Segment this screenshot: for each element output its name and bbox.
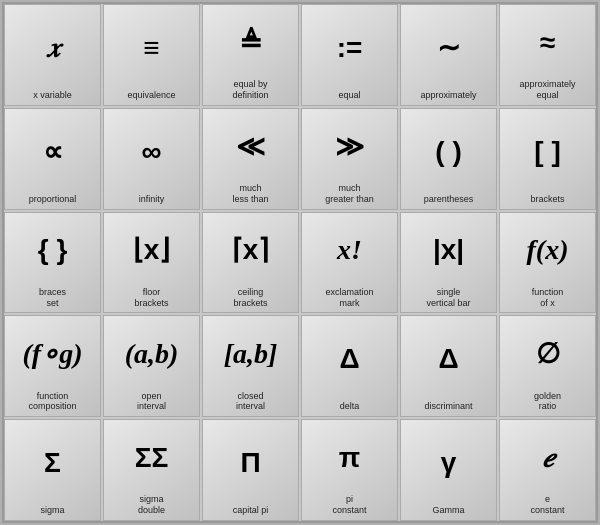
equivalence-label: equivalence bbox=[127, 90, 175, 101]
delta-label: delta bbox=[340, 401, 360, 412]
exclamation-mark-symbol: x! bbox=[337, 217, 362, 285]
much-less-than: ≪much less than bbox=[202, 108, 299, 210]
approximately-label: approximately bbox=[420, 90, 476, 101]
ceiling-brackets-label: ceiling brackets bbox=[233, 287, 267, 309]
function-composition-symbol: (f∘g) bbox=[23, 320, 83, 388]
open-interval-label: open interval bbox=[137, 391, 166, 413]
open-interval-symbol: (a,b) bbox=[125, 320, 179, 388]
single-vertical-bar-label: single vertical bar bbox=[426, 287, 470, 309]
proportional-symbol: ∝ bbox=[43, 113, 63, 192]
single-vertical-bar: |x|single vertical bar bbox=[400, 212, 497, 314]
golden-ratio-label: golden ratio bbox=[534, 391, 561, 413]
closed-interval-label: closed interval bbox=[236, 391, 265, 413]
sigma-symbol: Σ bbox=[44, 424, 61, 503]
infinity: ∞infinity bbox=[103, 108, 200, 210]
braces-set-label: braces set bbox=[39, 287, 66, 309]
much-greater-than-symbol: ≫ bbox=[335, 113, 364, 181]
floor-brackets-label: floor brackets bbox=[134, 287, 168, 309]
discriminant-label: discriminant bbox=[424, 401, 472, 412]
pi-constant-symbol: π bbox=[339, 424, 360, 492]
much-greater-than-label: much greater than bbox=[325, 183, 374, 205]
closed-interval: [a,b]closed interval bbox=[202, 315, 299, 417]
golden-ratio-symbol: ∅ bbox=[536, 320, 560, 388]
x-variable-symbol: 𝑥 bbox=[47, 9, 59, 88]
exclamation-mark: x!exclamation mark bbox=[301, 212, 398, 314]
capital-pi-symbol: Π bbox=[240, 424, 260, 503]
floor-brackets: ⌊x⌋floor brackets bbox=[103, 212, 200, 314]
equal-by-definition: ≜equal by definition bbox=[202, 4, 299, 106]
gamma: γGamma bbox=[400, 419, 497, 521]
x-variable-label: x variable bbox=[33, 90, 72, 101]
function-of-x-label: function of x bbox=[532, 287, 564, 309]
brackets-symbol: [ ] bbox=[534, 113, 560, 192]
brackets: [ ]brackets bbox=[499, 108, 596, 210]
e-constant: 𝑒e constant bbox=[499, 419, 596, 521]
ceiling-brackets: ⌈x⌉ceiling brackets bbox=[202, 212, 299, 314]
gamma-label: Gamma bbox=[432, 505, 464, 516]
parentheses-label: parentheses bbox=[424, 194, 474, 205]
math-symbols-grid: 𝑥x variable≡equivalence≜equal by definit… bbox=[2, 2, 598, 523]
approximately-equal-symbol: ≈ bbox=[540, 9, 555, 77]
sigma-double: ΣΣsigma double bbox=[103, 419, 200, 521]
approximately-symbol: ∼ bbox=[437, 9, 460, 88]
infinity-label: infinity bbox=[139, 194, 165, 205]
brackets-label: brackets bbox=[530, 194, 564, 205]
sigma: Σsigma bbox=[4, 419, 101, 521]
sigma-double-label: sigma double bbox=[138, 494, 165, 516]
open-interval: (a,b)open interval bbox=[103, 315, 200, 417]
equal-by-definition-label: equal by definition bbox=[232, 79, 268, 101]
floor-brackets-symbol: ⌊x⌋ bbox=[133, 217, 171, 285]
much-less-than-label: much less than bbox=[232, 183, 268, 205]
approximately: ∼approximately bbox=[400, 4, 497, 106]
function-of-x-symbol: f(x) bbox=[527, 217, 569, 285]
much-greater-than: ≫much greater than bbox=[301, 108, 398, 210]
ceiling-brackets-symbol: ⌈x⌉ bbox=[232, 217, 270, 285]
function-composition: (f∘g)function composition bbox=[4, 315, 101, 417]
equal-symbol: := bbox=[337, 9, 363, 88]
sigma-label: sigma bbox=[40, 505, 64, 516]
closed-interval-symbol: [a,b] bbox=[224, 320, 278, 388]
braces-set: { }braces set bbox=[4, 212, 101, 314]
parentheses: ( )parentheses bbox=[400, 108, 497, 210]
parentheses-symbol: ( ) bbox=[435, 113, 461, 192]
function-of-x: f(x)function of x bbox=[499, 212, 596, 314]
approximately-equal: ≈approximately equal bbox=[499, 4, 596, 106]
discriminant-symbol: Δ bbox=[438, 320, 458, 399]
equivalence-symbol: ≡ bbox=[143, 9, 159, 88]
pi-constant-label: pi constant bbox=[332, 494, 366, 516]
much-less-than-symbol: ≪ bbox=[236, 113, 265, 181]
delta-symbol: Δ bbox=[339, 320, 359, 399]
proportional: ∝proportional bbox=[4, 108, 101, 210]
equal-by-definition-symbol: ≜ bbox=[239, 9, 262, 77]
equal-label: equal bbox=[338, 90, 360, 101]
proportional-label: proportional bbox=[29, 194, 77, 205]
delta: Δdelta bbox=[301, 315, 398, 417]
golden-ratio: ∅golden ratio bbox=[499, 315, 596, 417]
equivalence: ≡equivalence bbox=[103, 4, 200, 106]
braces-set-symbol: { } bbox=[38, 217, 68, 285]
gamma-symbol: γ bbox=[441, 424, 457, 503]
discriminant: Δdiscriminant bbox=[400, 315, 497, 417]
capital-pi-label: capital pi bbox=[233, 505, 269, 516]
infinity-symbol: ∞ bbox=[142, 113, 162, 192]
single-vertical-bar-symbol: |x| bbox=[433, 217, 464, 285]
e-constant-label: e constant bbox=[530, 494, 564, 516]
function-composition-label: function composition bbox=[28, 391, 76, 413]
capital-pi: Πcapital pi bbox=[202, 419, 299, 521]
e-constant-symbol: 𝑒 bbox=[542, 424, 554, 492]
approximately-equal-label: approximately equal bbox=[519, 79, 575, 101]
pi-constant: πpi constant bbox=[301, 419, 398, 521]
exclamation-mark-label: exclamation mark bbox=[325, 287, 373, 309]
x-variable: 𝑥x variable bbox=[4, 4, 101, 106]
sigma-double-symbol: ΣΣ bbox=[135, 424, 169, 492]
equal: :=equal bbox=[301, 4, 398, 106]
